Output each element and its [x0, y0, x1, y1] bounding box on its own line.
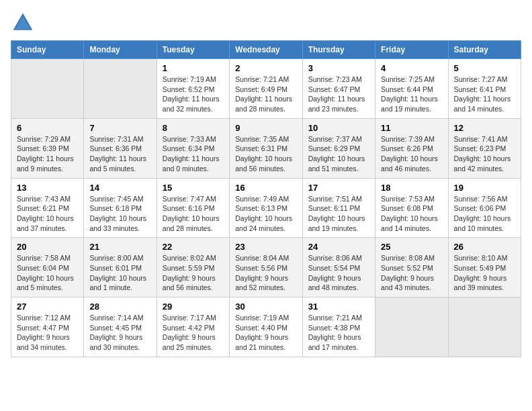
day-info: Sunrise: 7:19 AM Sunset: 4:40 PM Dayligh… [235, 314, 289, 351]
day-number: 19 [454, 183, 515, 193]
day-info: Sunrise: 7:39 AM Sunset: 6:26 PM Dayligh… [381, 135, 438, 173]
calendar-cell: 13Sunrise: 7:43 AM Sunset: 6:21 PM Dayli… [11, 178, 84, 238]
day-info: Sunrise: 7:21 AM Sunset: 6:49 PM Dayligh… [235, 75, 292, 113]
header-row: SundayMondayTuesdayWednesdayThursdayFrid… [11, 41, 521, 59]
calendar-cell: 29Sunrise: 7:17 AM Sunset: 4:42 PM Dayli… [157, 298, 229, 357]
day-info: Sunrise: 7:37 AM Sunset: 6:29 PM Dayligh… [308, 135, 365, 173]
day-number: 11 [381, 123, 442, 133]
day-info: Sunrise: 8:10 AM Sunset: 5:49 PM Dayligh… [454, 254, 508, 291]
calendar-cell: 12Sunrise: 7:41 AM Sunset: 6:23 PM Dayli… [448, 118, 521, 178]
day-info: Sunrise: 7:19 AM Sunset: 6:52 PM Dayligh… [163, 75, 220, 113]
calendar-row: 1Sunrise: 7:19 AM Sunset: 6:52 PM Daylig… [11, 59, 521, 119]
day-number: 17 [308, 183, 369, 193]
calendar-header: SundayMondayTuesdayWednesdayThursdayFrid… [11, 41, 521, 59]
day-info: Sunrise: 8:06 AM Sunset: 5:54 PM Dayligh… [308, 254, 362, 291]
calendar-cell [448, 298, 521, 357]
day-number: 14 [89, 183, 150, 193]
day-number: 3 [308, 63, 369, 73]
calendar-table: SundayMondayTuesdayWednesdayThursdayFrid… [11, 40, 521, 357]
calendar-cell: 22Sunrise: 8:02 AM Sunset: 5:59 PM Dayli… [157, 238, 229, 298]
calendar-cell: 16Sunrise: 7:49 AM Sunset: 6:13 PM Dayli… [230, 178, 302, 238]
day-info: Sunrise: 8:08 AM Sunset: 5:52 PM Dayligh… [381, 254, 435, 291]
logo-icon [11, 11, 35, 35]
calendar-row: 6Sunrise: 7:29 AM Sunset: 6:39 PM Daylig… [11, 118, 521, 178]
day-info: Sunrise: 7:33 AM Sunset: 6:34 PM Dayligh… [163, 135, 220, 173]
page-header [11, 11, 521, 35]
calendar-cell: 20Sunrise: 7:58 AM Sunset: 6:04 PM Dayli… [11, 238, 84, 298]
day-number: 22 [163, 242, 224, 252]
day-number: 2 [235, 63, 296, 73]
calendar-cell: 4Sunrise: 7:25 AM Sunset: 6:44 PM Daylig… [375, 59, 448, 119]
day-info: Sunrise: 7:53 AM Sunset: 6:08 PM Dayligh… [381, 195, 438, 232]
calendar-cell [11, 59, 84, 119]
calendar-cell: 31Sunrise: 7:21 AM Sunset: 4:38 PM Dayli… [302, 298, 375, 357]
day-info: Sunrise: 7:51 AM Sunset: 6:11 PM Dayligh… [308, 195, 365, 232]
day-info: Sunrise: 7:23 AM Sunset: 6:47 PM Dayligh… [308, 75, 365, 113]
header-cell-monday: Monday [84, 41, 157, 59]
header-cell-tuesday: Tuesday [157, 41, 229, 59]
logo [11, 11, 38, 35]
day-number: 27 [17, 302, 78, 312]
day-number: 5 [454, 63, 515, 73]
day-info: Sunrise: 7:12 AM Sunset: 4:47 PM Dayligh… [17, 314, 71, 351]
day-number: 16 [235, 183, 296, 193]
calendar-cell: 3Sunrise: 7:23 AM Sunset: 6:47 PM Daylig… [302, 59, 375, 119]
calendar-row: 27Sunrise: 7:12 AM Sunset: 4:47 PM Dayli… [11, 298, 521, 357]
day-number: 26 [454, 242, 515, 252]
day-info: Sunrise: 7:35 AM Sunset: 6:31 PM Dayligh… [235, 135, 292, 173]
calendar-cell [84, 59, 157, 119]
day-number: 12 [454, 123, 515, 133]
calendar-cell: 30Sunrise: 7:19 AM Sunset: 4:40 PM Dayli… [230, 298, 302, 357]
calendar-cell: 18Sunrise: 7:53 AM Sunset: 6:08 PM Dayli… [375, 178, 448, 238]
calendar-cell: 8Sunrise: 7:33 AM Sunset: 6:34 PM Daylig… [157, 118, 229, 178]
calendar-row: 13Sunrise: 7:43 AM Sunset: 6:21 PM Dayli… [11, 178, 521, 238]
day-info: Sunrise: 7:14 AM Sunset: 4:45 PM Dayligh… [89, 314, 143, 351]
day-number: 28 [89, 302, 150, 312]
day-info: Sunrise: 7:17 AM Sunset: 4:42 PM Dayligh… [163, 314, 216, 351]
calendar-cell: 25Sunrise: 8:08 AM Sunset: 5:52 PM Dayli… [375, 238, 448, 298]
day-info: Sunrise: 8:04 AM Sunset: 5:56 PM Dayligh… [235, 254, 289, 291]
day-number: 1 [163, 63, 224, 73]
calendar-cell: 26Sunrise: 8:10 AM Sunset: 5:49 PM Dayli… [448, 238, 521, 298]
day-info: Sunrise: 7:29 AM Sunset: 6:39 PM Dayligh… [17, 135, 74, 173]
day-info: Sunrise: 7:56 AM Sunset: 6:06 PM Dayligh… [454, 195, 511, 232]
calendar-cell: 19Sunrise: 7:56 AM Sunset: 6:06 PM Dayli… [448, 178, 521, 238]
calendar-cell: 15Sunrise: 7:47 AM Sunset: 6:16 PM Dayli… [157, 178, 229, 238]
day-info: Sunrise: 7:58 AM Sunset: 6:04 PM Dayligh… [17, 254, 74, 291]
calendar-cell: 2Sunrise: 7:21 AM Sunset: 6:49 PM Daylig… [230, 59, 302, 119]
day-info: Sunrise: 7:27 AM Sunset: 6:41 PM Dayligh… [454, 75, 511, 113]
day-number: 10 [308, 123, 369, 133]
day-info: Sunrise: 8:00 AM Sunset: 6:01 PM Dayligh… [89, 254, 146, 291]
day-number: 13 [17, 183, 78, 193]
calendar-cell: 14Sunrise: 7:45 AM Sunset: 6:18 PM Dayli… [84, 178, 157, 238]
day-number: 15 [163, 183, 224, 193]
day-number: 18 [381, 183, 442, 193]
day-info: Sunrise: 7:47 AM Sunset: 6:16 PM Dayligh… [163, 195, 220, 232]
day-number: 8 [163, 123, 224, 133]
day-info: Sunrise: 7:45 AM Sunset: 6:18 PM Dayligh… [89, 195, 146, 232]
day-number: 29 [163, 302, 224, 312]
calendar-cell [375, 298, 448, 357]
day-number: 24 [308, 242, 369, 252]
day-number: 25 [381, 242, 442, 252]
day-info: Sunrise: 8:02 AM Sunset: 5:59 PM Dayligh… [163, 254, 216, 291]
day-number: 23 [235, 242, 296, 252]
calendar-cell: 24Sunrise: 8:06 AM Sunset: 5:54 PM Dayli… [302, 238, 375, 298]
calendar-cell: 9Sunrise: 7:35 AM Sunset: 6:31 PM Daylig… [230, 118, 302, 178]
day-info: Sunrise: 7:21 AM Sunset: 4:38 PM Dayligh… [308, 314, 362, 351]
day-number: 9 [235, 123, 296, 133]
calendar-cell: 10Sunrise: 7:37 AM Sunset: 6:29 PM Dayli… [302, 118, 375, 178]
calendar-cell: 1Sunrise: 7:19 AM Sunset: 6:52 PM Daylig… [157, 59, 229, 119]
day-number: 21 [89, 242, 150, 252]
header-cell-friday: Friday [375, 41, 448, 59]
day-number: 7 [89, 123, 150, 133]
header-cell-saturday: Saturday [448, 41, 521, 59]
calendar-cell: 27Sunrise: 7:12 AM Sunset: 4:47 PM Dayli… [11, 298, 84, 357]
calendar-cell: 28Sunrise: 7:14 AM Sunset: 4:45 PM Dayli… [84, 298, 157, 357]
day-info: Sunrise: 7:31 AM Sunset: 6:36 PM Dayligh… [89, 135, 146, 173]
calendar-cell: 11Sunrise: 7:39 AM Sunset: 6:26 PM Dayli… [375, 118, 448, 178]
header-cell-sunday: Sunday [11, 41, 84, 59]
calendar-cell: 5Sunrise: 7:27 AM Sunset: 6:41 PM Daylig… [448, 59, 521, 119]
calendar-cell: 17Sunrise: 7:51 AM Sunset: 6:11 PM Dayli… [302, 178, 375, 238]
calendar-cell: 23Sunrise: 8:04 AM Sunset: 5:56 PM Dayli… [230, 238, 302, 298]
